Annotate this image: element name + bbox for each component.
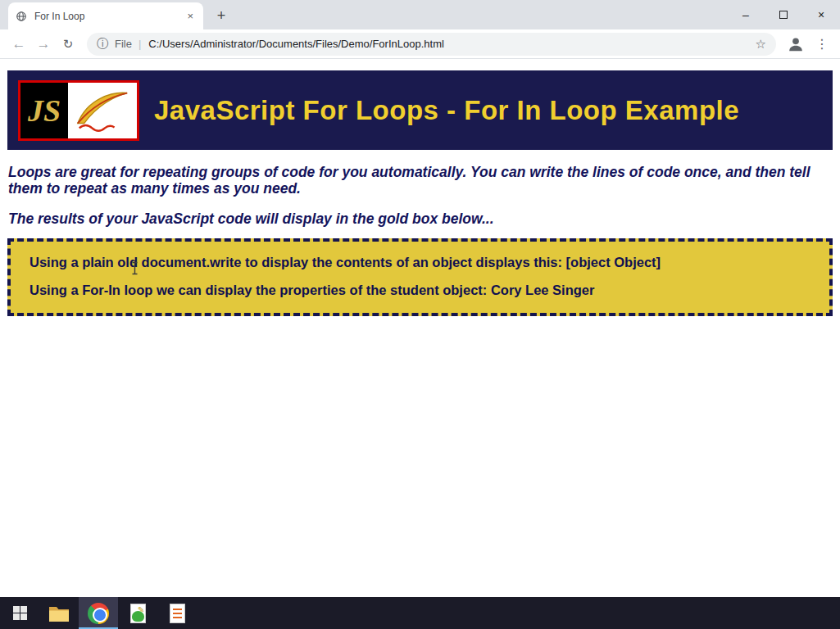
forward-icon[interactable]: → (33, 34, 54, 55)
browser-tab[interactable]: For In Loop × (8, 2, 203, 29)
intro-paragraph: Loops are great for repeating groups of … (8, 165, 826, 197)
tab-close-icon[interactable]: × (184, 10, 197, 22)
url-scheme-label: File (115, 38, 132, 50)
result-line-2: Using a For-In loop we can display the p… (30, 283, 810, 298)
js-logo: JS (18, 80, 139, 141)
editor-page-icon: ✎ (130, 604, 146, 623)
url-divider: | (138, 38, 141, 50)
browser-menu-icon[interactable]: ⋮ (815, 36, 829, 52)
bookmark-star-icon[interactable]: ☆ (756, 37, 766, 52)
minimize-button[interactable]: – (727, 0, 765, 29)
close-button[interactable]: × (802, 0, 840, 29)
browser-toolbar: ← → ↻ ⓘ File | C:/Users/Administrator/Do… (0, 29, 840, 59)
text-cursor-icon (130, 261, 139, 278)
tab-title: For In Loop (34, 11, 184, 22)
file-explorer-icon[interactable] (39, 597, 79, 629)
new-tab-button[interactable]: + (210, 4, 233, 27)
start-button[interactable] (0, 597, 39, 629)
page-info-icon[interactable]: ⓘ (97, 37, 108, 52)
maximize-button[interactable] (765, 0, 802, 29)
profile-avatar-icon[interactable] (786, 34, 806, 54)
windows-logo-icon (13, 606, 27, 620)
reload-icon[interactable]: ↻ (57, 34, 79, 55)
address-bar[interactable]: ⓘ File | C:/Users/Administrator/Document… (87, 33, 776, 56)
restore-icon (779, 11, 788, 19)
taskbar: ✎ (0, 597, 840, 629)
page-content: JS JavaScript For Loops - For In Loop Ex… (0, 59, 840, 597)
chrome-logo-icon (88, 603, 109, 624)
editor-blob-icon (132, 611, 144, 622)
window-controls: – × (727, 0, 840, 29)
tab-bar: For In Loop × + – × (0, 0, 840, 29)
quill-icon (68, 83, 137, 138)
chrome-taskbar-icon[interactable] (79, 597, 118, 629)
page-header-banner: JS JavaScript For Loops - For In Loop Ex… (7, 70, 833, 150)
url-text[interactable]: C:/Users/Administrator/Documents/Files/D… (148, 38, 748, 50)
globe-favicon-icon (15, 10, 28, 23)
document-page-icon (170, 604, 185, 623)
document-icon[interactable] (157, 597, 197, 629)
back-icon[interactable]: ← (8, 34, 30, 55)
result-line-1: Using a plain old document.write to disp… (30, 255, 810, 270)
document-lines-icon (173, 609, 182, 620)
results-note: The results of your JavaScript code will… (8, 210, 832, 228)
editor-icon[interactable]: ✎ (118, 597, 157, 629)
page-title: JavaScript For Loops - For In Loop Examp… (154, 95, 739, 126)
js-logo-text: JS (20, 83, 68, 138)
results-gold-box: Using a plain old document.write to disp… (7, 238, 833, 316)
